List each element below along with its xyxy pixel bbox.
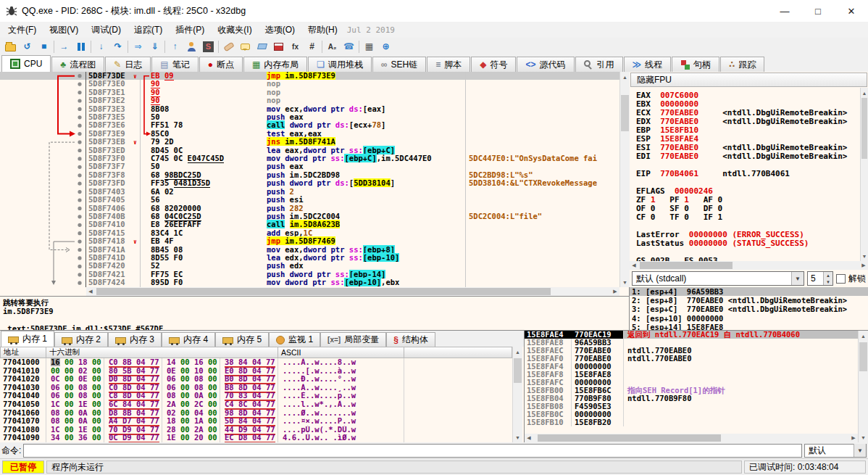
maximize-button[interactable]: □ (801, 0, 835, 22)
register-row[interactable]: ECX 770EABE0 <ntdll.DbgUiRemoteBreakin> (636, 109, 860, 117)
argument-row[interactable]: 1: [esp+4] 96A59BB3 (630, 287, 868, 296)
register-row[interactable]: ESP 15E8FAE4 (636, 135, 860, 144)
tab-breakpoints[interactable]: ●断点 (199, 57, 243, 72)
register-row[interactable]: EBP 15E8FB10 (636, 126, 860, 135)
register-row[interactable] (636, 161, 860, 170)
step-over-icon[interactable]: ↷ (109, 38, 126, 54)
scroll-down-icon[interactable]: ▼ (861, 251, 868, 261)
patch-icon[interactable] (220, 38, 237, 54)
menu-trace[interactable]: 追踪(T) (128, 22, 169, 38)
argument-row[interactable]: 4: [esp+10] 00000000 (630, 314, 868, 323)
browser-icon[interactable]: ⊕ (377, 38, 394, 54)
switch-thread-icon[interactable] (183, 38, 200, 54)
restart-icon[interactable]: ↺ (19, 38, 36, 54)
menu-view[interactable]: 视图(V) (43, 22, 85, 38)
tab-memory-map[interactable]: ▦内存布局 (243, 57, 307, 72)
register-row[interactable]: ESI 770EABE0 <ntdll.DbgUiRemoteBreakin> (636, 144, 860, 152)
disasm-row[interactable]: 5D8F7424895D F0mov dword ptr ss:[ebp-10]… (0, 278, 619, 286)
disasm-row[interactable]: 5D8F740556push esi (0, 196, 619, 204)
tab-locals[interactable]: [x=]局部变量 (320, 332, 386, 347)
dump-vscrollbar[interactable]: ▲ ▼ (512, 347, 522, 442)
dump-header-address[interactable]: 地址 (0, 347, 46, 358)
registers-hscrollbar[interactable]: ◀ ▶ (630, 261, 868, 270)
command-profile-select[interactable]: 默认 ▼ (804, 444, 867, 458)
disassembly-hscrollbar[interactable]: ◀ ▶ (86, 287, 619, 296)
hide-fpu-button[interactable]: 隐藏FPU (630, 73, 867, 87)
register-row[interactable]: EIP 770B4061 ntdll.770B4061 (636, 170, 860, 178)
stack-hscrollbar[interactable]: ◀ ▶ (525, 434, 858, 442)
scroll-left-icon[interactable]: ◀ (86, 287, 95, 296)
register-row[interactable] (636, 248, 860, 257)
dump-header-hex[interactable]: 十六进制 (46, 347, 278, 358)
scroll-right-icon[interactable]: ▶ (859, 261, 868, 270)
tab-references[interactable]: 引用 (575, 57, 623, 72)
register-row[interactable]: EAX 007C6000 (636, 91, 860, 100)
disasm-row[interactable]: 5D8F73FDFF35 0481D35Dpush dword ptr ds:[… (0, 179, 619, 187)
scroll-left-icon[interactable]: ◀ (525, 434, 533, 442)
disassembly-vscrollbar[interactable]: ▲ ▼ (619, 72, 630, 287)
stack-rows[interactable]: 15E8FAE4770EAC19返回到 ntdll.770EAC19 自 ntd… (525, 331, 858, 434)
tab-dump-1[interactable]: 内存 1 (1, 331, 54, 347)
menu-file[interactable]: 文件(F) (1, 22, 43, 38)
assemble-icon[interactable]: A₂ (324, 38, 341, 54)
tab-dump-4[interactable]: 内存 4 (162, 332, 215, 347)
arguments-list[interactable]: 1: [esp+4] 96A59BB32: [esp+8] 770EABE0 <… (630, 287, 868, 330)
tab-script[interactable]: ≡脚本 (427, 57, 470, 72)
dump-rows[interactable]: 7704100016 00 18 00C0 8B 04 7714 00 16 0… (0, 358, 512, 442)
register-row[interactable]: LastStatus 00000000 (STATUS_SUCCESS) (636, 239, 860, 248)
register-row[interactable]: ZF 1 PF 1 AF 0 (636, 196, 860, 205)
tab-graph[interactable]: ♣流程图 (51, 57, 104, 72)
step-into-icon[interactable]: ↓ (93, 38, 109, 54)
scroll-down-icon[interactable]: ▼ (620, 277, 630, 287)
tab-notes[interactable]: ▤笔记 (151, 57, 198, 72)
label-icon[interactable] (254, 38, 270, 54)
run-icon[interactable]: → (56, 38, 72, 54)
spin-up-icon[interactable]: ▲ (824, 272, 832, 278)
tab-cpu[interactable]: CPU (1, 55, 51, 72)
hash-icon[interactable]: # (304, 38, 320, 54)
calling-convention-select[interactable]: 默认 (stdcall) ▼ (632, 271, 804, 286)
open-file-icon[interactable] (2, 38, 19, 54)
registers-list[interactable]: EAX 007C6000EBX 00000000ECX 770EABE0 <nt… (630, 88, 860, 261)
register-row[interactable] (636, 222, 860, 231)
register-row[interactable]: EFLAGS 00000246 (636, 187, 860, 196)
scroll-up-icon[interactable]: ▲ (620, 72, 630, 82)
run-to-user-code-icon[interactable]: ⇓ (146, 38, 163, 54)
argument-row[interactable]: 5: [esp+14] 15E8FAE8 (630, 323, 868, 330)
scroll-right-icon[interactable]: ▶ (611, 287, 619, 296)
register-row[interactable]: LastError 00000000 (ERROR_SUCCESS) (636, 231, 860, 239)
menu-options[interactable]: 选项(O) (259, 22, 301, 38)
scroll-down-icon[interactable]: ▼ (859, 432, 868, 442)
spin-down-icon[interactable]: ▼ (824, 278, 832, 285)
stop-icon[interactable]: ■ (36, 38, 52, 54)
tab-symbols[interactable]: ◆符号 (471, 57, 516, 72)
scroll-right-icon[interactable]: ▶ (849, 434, 858, 442)
execute-till-return-icon[interactable]: ⇒ (130, 38, 146, 54)
menu-favourites[interactable]: 收藏夹(I) (211, 22, 258, 38)
tab-dump-5[interactable]: 内存 5 (215, 332, 269, 347)
chevron-down-icon[interactable]: ▼ (854, 444, 866, 457)
scroll-down-icon[interactable]: ▼ (513, 432, 522, 442)
tab-seh[interactable]: ∞SEH链 (372, 57, 426, 72)
register-row[interactable]: CF 0 TF 0 IF 1 (636, 213, 860, 222)
tab-trace[interactable]: ∴跟踪 (720, 57, 764, 72)
seh-setup-icon[interactable]: S (200, 38, 217, 54)
tab-dump-3[interactable]: 内存 3 (108, 332, 162, 347)
pause-icon[interactable] (72, 38, 89, 54)
disassembly-rows[interactable]: ∨∨∨ 5D8F73DEEB 09jmp im.5D8F73E95D8F73E0… (0, 72, 619, 287)
tab-dump-2[interactable]: 内存 2 (54, 332, 108, 347)
minimize-button[interactable]: — (768, 0, 801, 22)
arg-count-stepper[interactable]: 5 ▲▼ (807, 271, 833, 286)
function-icon[interactable]: fx (287, 38, 304, 54)
scroll-up-icon[interactable]: ▲ (859, 331, 868, 341)
registers-vscrollbar[interactable]: ▲ ▼ (860, 88, 868, 261)
register-row[interactable] (636, 178, 860, 187)
step-out-icon[interactable]: ↑ (167, 38, 183, 54)
tab-struct[interactable]: §结构体 (386, 332, 435, 347)
dump-row[interactable]: 7704109034 00 36 000C D9 04 771E 00 20 0… (0, 434, 512, 442)
tab-log[interactable]: ✎日志 (105, 57, 151, 72)
menu-debug[interactable]: 调试(D) (85, 22, 128, 38)
unlock-checkbox[interactable] (836, 274, 846, 284)
menu-plugins[interactable]: 插件(P) (169, 22, 211, 38)
close-button[interactable]: ✕ (835, 0, 868, 22)
